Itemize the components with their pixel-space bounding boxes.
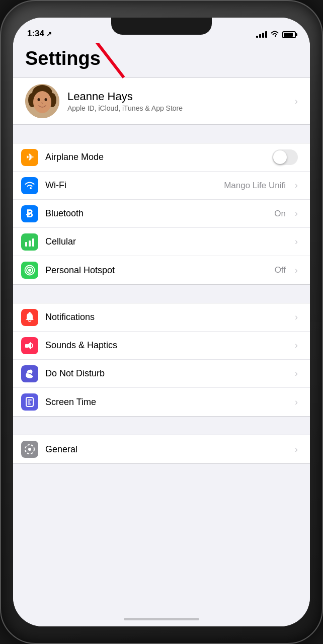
signal-bar-1 — [256, 36, 258, 38]
do-not-disturb-chevron: › — [295, 368, 298, 379]
do-not-disturb-label: Do Not Disturb — [45, 368, 288, 379]
svg-rect-9 — [25, 242, 27, 247]
airplane-mode-row[interactable]: ✈ Airplane Mode — [13, 143, 310, 172]
avatar — [25, 84, 59, 118]
bluetooth-label: Bluetooth — [45, 208, 267, 219]
cellular-chevron: › — [295, 236, 298, 247]
svg-point-5 — [38, 98, 40, 101]
airplane-mode-label: Airplane Mode — [45, 152, 265, 163]
wifi-chevron: › — [295, 180, 298, 191]
bottom-spacer — [13, 464, 310, 494]
bluetooth-row[interactable]: Ƀ Bluetooth On › — [13, 200, 310, 228]
cellular-row[interactable]: Cellular › — [13, 228, 310, 256]
general-icon — [21, 441, 38, 458]
profile-name: Leanne Hays — [67, 90, 287, 103]
profile-info: Leanne Hays Apple ID, iCloud, iTunes & A… — [67, 90, 287, 112]
personal-hotspot-row[interactable]: Personal Hotspot Off › — [13, 256, 310, 284]
do-not-disturb-icon — [21, 365, 38, 382]
status-icons — [256, 30, 296, 39]
phone-frame: 1:34 ↗ — [0, 0, 323, 644]
spacer-3 — [13, 417, 310, 435]
location-icon: ↗ — [46, 30, 52, 38]
cellular-icon — [21, 233, 38, 251]
wifi-row[interactable]: Wi-Fi Mango Life Unifi › — [13, 172, 310, 200]
settings-screen[interactable]: Settings — [13, 43, 310, 626]
svg-point-22 — [28, 448, 31, 451]
bluetooth-icon: Ƀ — [21, 205, 38, 222]
sounds-haptics-row[interactable]: Sounds & Haptics › — [13, 332, 310, 360]
battery-icon — [282, 31, 296, 38]
cellular-label: Cellular — [45, 236, 288, 247]
notch — [111, 18, 212, 35]
profile-row[interactable]: Leanne Hays Apple ID, iCloud, iTunes & A… — [13, 77, 310, 125]
svg-marker-17 — [28, 342, 31, 350]
sounds-haptics-label: Sounds & Haptics — [45, 340, 288, 351]
screen-time-label: Screen Time — [45, 397, 288, 408]
screen-time-chevron: › — [295, 397, 298, 408]
screen-time-icon — [21, 393, 38, 411]
personal-hotspot-icon — [21, 262, 38, 279]
wifi-value: Mango Life Unifi — [224, 181, 286, 191]
signal-bar-3 — [262, 33, 264, 38]
sounds-haptics-icon — [21, 337, 38, 354]
svg-rect-16 — [25, 344, 28, 348]
personal-hotspot-label: Personal Hotspot — [45, 265, 268, 276]
personal-hotspot-value: Off — [275, 265, 286, 275]
profile-subtitle: Apple ID, iCloud, iTunes & App Store — [67, 104, 287, 112]
status-time: 1:34 ↗ — [27, 29, 52, 39]
svg-point-6 — [45, 98, 47, 101]
airplane-mode-toggle[interactable] — [272, 149, 298, 165]
svg-point-4 — [33, 91, 51, 113]
notifications-chevron: › — [295, 312, 298, 323]
notifications-icon — [21, 309, 38, 326]
svg-rect-20 — [28, 401, 30, 403]
svg-rect-11 — [32, 238, 34, 247]
do-not-disturb-row[interactable]: Do Not Disturb › — [13, 360, 310, 388]
wifi-label: Wi-Fi — [45, 180, 217, 191]
general-group: General › — [13, 435, 310, 464]
profile-chevron: › — [295, 96, 298, 107]
signal-bar-4 — [265, 31, 267, 38]
screen-time-row[interactable]: Screen Time › — [13, 388, 310, 416]
svg-rect-15 — [29, 312, 31, 313]
svg-rect-21 — [28, 404, 31, 405]
spacer-2 — [13, 285, 310, 303]
spacer-1 — [13, 125, 310, 143]
personal-hotspot-chevron: › — [295, 265, 298, 276]
battery-fill — [284, 33, 293, 37]
phone-screen: 1:34 ↗ — [13, 18, 310, 626]
general-chevron: › — [295, 444, 298, 455]
signal-bars — [256, 31, 267, 38]
airplane-mode-icon: ✈ — [21, 149, 38, 166]
wifi-status-icon — [270, 30, 279, 39]
connectivity-group: ✈ Airplane Mode Wi-Fi Mango — [13, 143, 310, 285]
wifi-icon — [21, 177, 38, 194]
general-row[interactable]: General › — [13, 435, 310, 463]
bluetooth-value: On — [274, 209, 286, 219]
home-indicator[interactable] — [124, 618, 199, 620]
system-settings-group: Notifications › Sounds & Haptics › — [13, 303, 310, 417]
bluetooth-chevron: › — [295, 208, 298, 219]
svg-rect-19 — [28, 399, 32, 400]
svg-point-12 — [28, 269, 31, 272]
sounds-haptics-chevron: › — [295, 340, 298, 351]
page-title: Settings — [13, 43, 310, 77]
general-label: General — [45, 444, 288, 455]
notifications-label: Notifications — [45, 312, 288, 323]
signal-bar-2 — [259, 34, 261, 38]
svg-rect-10 — [29, 240, 31, 247]
notifications-row[interactable]: Notifications › — [13, 303, 310, 332]
